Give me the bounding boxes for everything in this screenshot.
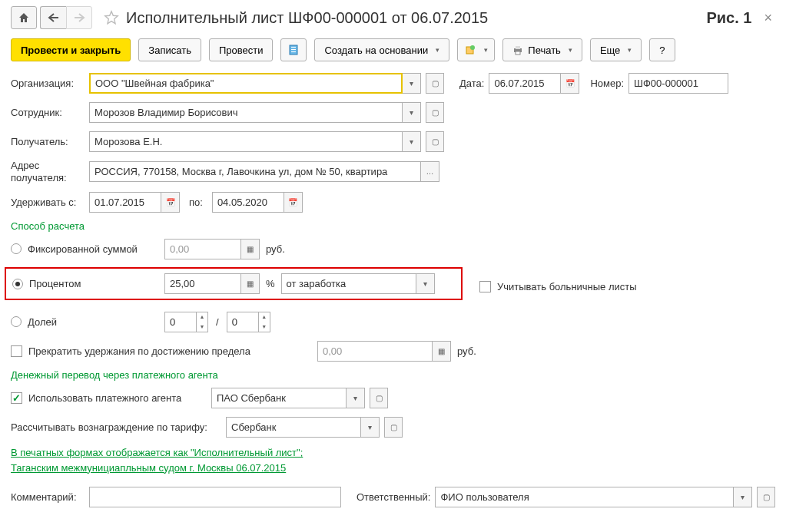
- withhold-to-field[interactable]: 04.05.2020: [212, 192, 284, 213]
- share-den-up[interactable]: ▲: [259, 312, 270, 322]
- recipient-field[interactable]: Морозова Е.Н.: [89, 131, 403, 152]
- org-field[interactable]: ООО "Швейная фабрика": [89, 73, 403, 94]
- org-label: Организация:: [11, 78, 89, 89]
- agent-field[interactable]: ПАО Сбербанк: [211, 388, 347, 408]
- share-num-down[interactable]: ▼: [197, 322, 207, 332]
- tariff-open-icon[interactable]: ▢: [384, 417, 403, 438]
- help-button[interactable]: ?: [649, 38, 675, 61]
- withhold-from-field[interactable]: 01.07.2015: [89, 192, 161, 213]
- fixed-unit: руб.: [266, 243, 285, 255]
- number-label: Номер:: [590, 78, 624, 89]
- share-num-up[interactable]: ▲: [197, 312, 207, 322]
- withhold-from-cal-icon[interactable]: 📅: [161, 192, 180, 213]
- post-button[interactable]: Провести: [209, 38, 274, 61]
- percent-unit: %: [266, 278, 275, 289]
- favorite-icon[interactable]: [103, 9, 120, 26]
- tariff-dropdown-icon[interactable]: ▾: [361, 417, 380, 438]
- employee-field[interactable]: Морозов Владимир Борисович: [89, 102, 403, 123]
- responsible-field[interactable]: ФИО пользователя: [435, 487, 734, 507]
- register-movements-button[interactable]: [280, 38, 307, 61]
- more-button[interactable]: Еще: [590, 38, 642, 61]
- calc-section-header: Способ расчета: [11, 220, 775, 232]
- recipient-label: Получатель:: [11, 136, 89, 147]
- limit-label: Прекратить удержания по достижению преде…: [28, 345, 317, 357]
- address-label: Адресполучателя:: [11, 160, 89, 183]
- header-bar: Исполнительный лист ШФ00-000001 от 06.07…: [11, 6, 775, 29]
- withhold-to-label: по:: [189, 197, 203, 208]
- svg-rect-1: [291, 47, 296, 48]
- limit-value-field[interactable]: 0,00: [317, 341, 433, 362]
- share-radio[interactable]: [11, 316, 22, 327]
- limit-calc-icon[interactable]: ▦: [433, 341, 451, 362]
- percent-calc-icon[interactable]: ▦: [241, 273, 260, 294]
- svg-rect-3: [291, 51, 296, 52]
- use-agent-label: Использовать платежного агента: [28, 392, 211, 404]
- address-field[interactable]: РОССИЯ, 770158, Москва г, Лавочкина ул, …: [89, 161, 421, 182]
- percent-base-dropdown-icon[interactable]: ▾: [416, 273, 435, 294]
- withhold-to-cal-icon[interactable]: 📅: [284, 192, 303, 213]
- percent-value-field[interactable]: 25,00: [164, 273, 241, 294]
- employee-open-icon[interactable]: ▢: [426, 102, 444, 123]
- limit-unit: руб.: [457, 345, 476, 357]
- share-num-field[interactable]: 0: [164, 312, 197, 332]
- number-field[interactable]: ШФ00-000001: [628, 73, 728, 94]
- attachments-button[interactable]: [457, 38, 495, 61]
- close-icon[interactable]: ×: [761, 10, 775, 26]
- print-form-link[interactable]: В печатных формах отображается как "Испо…: [11, 447, 303, 474]
- sick-leave-label: Учитывать больничные листы: [497, 281, 637, 292]
- employee-label: Сотрудник:: [11, 107, 89, 118]
- post-and-close-button[interactable]: Провести и закрыть: [11, 38, 131, 61]
- comment-label: Комментарий:: [11, 491, 89, 503]
- withhold-label: Удерживать с:: [11, 197, 89, 208]
- share-label: Долей: [28, 316, 164, 328]
- org-dropdown-icon[interactable]: ▾: [403, 73, 421, 94]
- employee-dropdown-icon[interactable]: ▾: [403, 102, 421, 123]
- svg-rect-8: [516, 51, 520, 55]
- create-based-button[interactable]: Создать на основании: [314, 38, 449, 61]
- tariff-field[interactable]: Сбербанк: [226, 417, 361, 438]
- date-label: Дата:: [459, 78, 484, 89]
- percent-base-field[interactable]: от заработка: [281, 273, 416, 294]
- figure-label: Рис. 1: [706, 9, 751, 27]
- fixed-amount-field[interactable]: 0,00: [164, 239, 241, 259]
- date-field[interactable]: 06.07.2015: [489, 73, 561, 94]
- share-den-field[interactable]: 0: [227, 312, 259, 332]
- printer-icon: [512, 45, 523, 55]
- percent-radio[interactable]: [12, 279, 23, 289]
- agent-open-icon[interactable]: ▢: [370, 388, 388, 408]
- share-den-down[interactable]: ▼: [259, 322, 270, 332]
- fixed-label: Фиксированной суммой: [28, 243, 164, 255]
- responsible-label: Ответственный:: [357, 491, 430, 503]
- recipient-dropdown-icon[interactable]: ▾: [403, 131, 421, 152]
- save-button[interactable]: Записать: [138, 38, 201, 61]
- share-sep: /: [216, 316, 219, 328]
- svg-point-5: [470, 45, 475, 50]
- svg-rect-7: [516, 46, 520, 49]
- home-button[interactable]: [11, 6, 37, 29]
- agent-dropdown-icon[interactable]: ▾: [347, 388, 365, 408]
- org-open-icon[interactable]: ▢: [426, 73, 444, 94]
- use-agent-checkbox[interactable]: [11, 392, 22, 404]
- toolbar: Провести и закрыть Записать Провести Соз…: [11, 38, 775, 61]
- back-button[interactable]: [40, 6, 66, 29]
- page-title: Исполнительный лист ШФ00-000001 от 06.07…: [126, 9, 700, 27]
- recipient-open-icon[interactable]: ▢: [426, 131, 444, 152]
- responsible-dropdown-icon[interactable]: ▾: [734, 487, 752, 507]
- agent-section-header: Денежный перевод через платежного агента: [11, 369, 775, 381]
- responsible-open-icon[interactable]: ▢: [757, 487, 775, 507]
- date-calendar-icon[interactable]: 📅: [561, 73, 579, 94]
- tariff-label: Рассчитывать вознаграждение по тарифу:: [11, 421, 226, 433]
- percent-label: Процентом: [29, 278, 164, 289]
- address-more-icon[interactable]: …: [421, 161, 439, 182]
- comment-field[interactable]: [89, 487, 341, 507]
- svg-rect-2: [291, 49, 296, 50]
- fixed-calc-icon[interactable]: ▦: [241, 239, 260, 259]
- sick-leave-checkbox[interactable]: [479, 281, 491, 292]
- print-button[interactable]: Печать: [502, 38, 582, 61]
- limit-checkbox[interactable]: [11, 345, 22, 357]
- fixed-radio[interactable]: [11, 243, 22, 254]
- forward-button[interactable]: [66, 6, 92, 29]
